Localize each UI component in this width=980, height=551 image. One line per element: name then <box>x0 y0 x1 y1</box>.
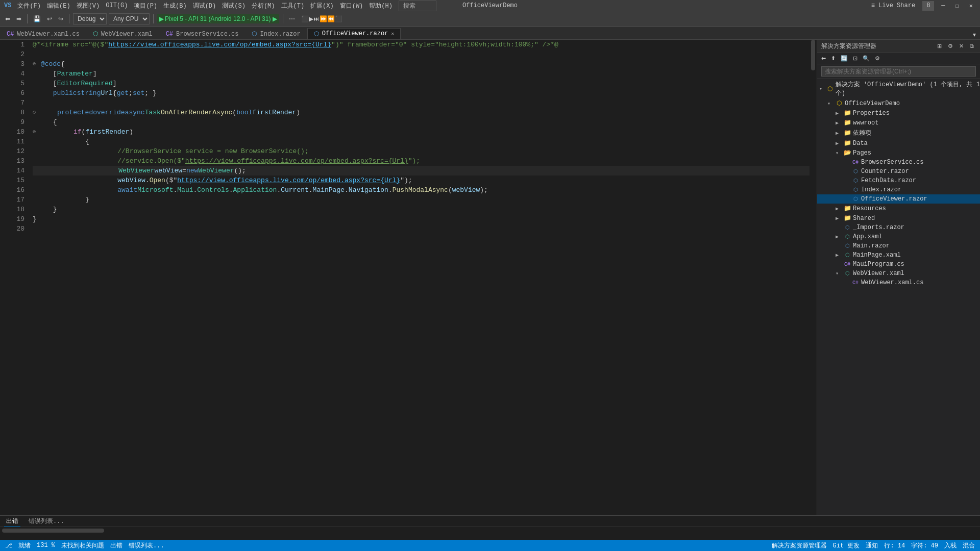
tree-arrow-res: ▶ <box>836 206 842 212</box>
branch-status[interactable]: 就绪 <box>18 541 31 550</box>
error-list-link[interactable]: 错误列表... <box>129 541 164 550</box>
sol-tool-3[interactable]: 🔄 <box>839 54 850 63</box>
minimize-btn[interactable]: — <box>938 1 948 11</box>
menu-item-view[interactable]: 视图(V) <box>77 2 100 10</box>
tree-arrow-office <box>844 196 850 202</box>
menu-item-edit[interactable]: 编辑(E) <box>47 2 70 10</box>
search-box[interactable]: 搜索 <box>399 1 436 11</box>
sol-close-btn[interactable]: ✕ <box>957 42 966 51</box>
sol-float-btn[interactable]: ⧉ <box>968 42 976 51</box>
tab-webviewer-xaml[interactable]: ⬡ WebViewer.xaml <box>86 28 159 39</box>
notifications[interactable]: 通知 <box>866 541 878 550</box>
redo-btn[interactable]: ↪ <box>56 14 65 23</box>
tree-pages[interactable]: ▾ 📂 Pages <box>817 148 980 158</box>
sol-expand-btn[interactable]: ⊞ <box>935 42 944 51</box>
maximize-btn[interactable]: ☐ <box>952 1 962 11</box>
tree-wwwroot[interactable]: ▶ 📁 wwwroot <box>817 118 980 128</box>
tab-label-active: OfficeViewer.razor <box>322 30 388 37</box>
close-btn[interactable]: ✕ <box>966 1 976 11</box>
status-bar-left: ⎇ 就绪 131 % 未找到相关问题 出错 错误列表... <box>5 541 164 550</box>
fold-icon-10[interactable]: ⊖ <box>33 127 41 137</box>
code-line-8: ⊖ protected override async Task OnAfterR… <box>33 108 810 117</box>
forward-btn[interactable]: ➡ <box>14 14 23 23</box>
code-line-10: ⊖ if (firstRender) <box>33 127 810 137</box>
menu-item-test[interactable]: 测试(S) <box>222 2 246 10</box>
tab-close-icon[interactable]: ✕ <box>391 31 394 37</box>
code-line-14[interactable]: WebViewer webView = new WebViewer(); <box>33 166 810 176</box>
tree-shared[interactable]: ▶ 📁 Shared <box>817 213 980 223</box>
error-list-tab[interactable]: 错误列表... <box>27 516 66 527</box>
platform-select[interactable]: Any CPU <box>109 13 150 24</box>
tree-counter-razor[interactable]: ⬡ Counter.razor <box>817 167 980 176</box>
more-tools-btn[interactable]: ⋯ <box>287 14 297 23</box>
back-btn[interactable]: ⬅ <box>3 14 12 23</box>
tree-app-xaml[interactable]: ▶ ⬡ App.xaml <box>817 232 980 241</box>
code-line-9: { <box>33 117 810 127</box>
undo-btn[interactable]: ↩ <box>45 14 54 23</box>
horizontal-scrollbar-thumb[interactable] <box>2 529 104 533</box>
tab-browserservice[interactable]: C# BrowserService.cs <box>159 28 246 39</box>
tree-label-fetchdata: FetchData.razor <box>861 177 916 184</box>
horizontal-scrollbar-track[interactable] <box>2 529 978 533</box>
tree-officeviewer-razor[interactable]: ⬡ OfficeViewer.razor <box>817 194 980 204</box>
git-changes[interactable]: Git 更改 <box>833 541 860 550</box>
menu-item-git[interactable]: GIT(G) <box>106 2 128 9</box>
tree-properties[interactable]: ▶ 📁 Properties <box>817 108 980 118</box>
save-btn[interactable]: 💾 <box>31 14 43 23</box>
tree-data[interactable]: ▶ 📁 Data <box>817 138 980 148</box>
menu-item-build[interactable]: 生成(B) <box>163 2 187 10</box>
debug-mode-select[interactable]: Debug <box>73 13 107 24</box>
menu-item-window[interactable]: 窗口(W) <box>340 2 363 10</box>
tree-fetchdata-razor[interactable]: ⬡ FetchData.razor <box>817 176 980 185</box>
code-editor[interactable]: @*<iframe src="@($"https://view.officeap… <box>29 40 810 515</box>
solution-search-input[interactable] <box>821 66 976 77</box>
tree-webviewer-xaml[interactable]: ▾ ⬡ WebViewer.xaml <box>817 269 980 278</box>
run-btn[interactable]: ▶ Pixel 5 - API 31 (Android 12.0 - API 3… <box>157 14 279 23</box>
tree-browserservice-cs[interactable]: C# BrowserService.cs <box>817 158 980 167</box>
tab-index-razor[interactable]: ⬡ Index.razor <box>245 28 307 39</box>
debug-actions-btn[interactable]: ⬛▶⏭⏩⏪⬛ <box>299 14 345 23</box>
live-share-btn[interactable]: ≡ Live Share <box>868 1 918 11</box>
tree-main-razor[interactable]: ⬡ Main.razor <box>817 241 980 251</box>
vertical-scrollbar[interactable] <box>810 40 817 515</box>
solution-explorer-status[interactable]: 解决方案资源管理器 <box>772 541 827 550</box>
razor-icon-index: ⬡ <box>851 187 860 193</box>
zoom-level[interactable]: 131 % <box>37 542 55 549</box>
menu-item-project[interactable]: 项目(P) <box>134 2 157 10</box>
sol-tool-6[interactable]: ⚙ <box>873 54 882 63</box>
tree-resources[interactable]: ▶ 📁 Resources <box>817 204 980 213</box>
tab-officeviewer-razor[interactable]: ⬡ OfficeViewer.razor ✕ <box>307 28 401 39</box>
encoding-status: 入栈 <box>944 541 957 550</box>
sol-tool-1[interactable]: ⬅ <box>819 54 828 63</box>
menu-item-analyze[interactable]: 分析(M) <box>252 2 275 10</box>
tree-solution-root[interactable]: ▾ ⬡ 解决方案 'OfficeViewrDemo' (1 个项目, 共 1 个… <box>817 79 980 98</box>
tree-webviewer-xaml-cs[interactable]: C# WebViewer.xaml.cs <box>817 278 980 287</box>
tree-imports-razor[interactable]: ⬡ _Imports.razor <box>817 223 980 232</box>
tab-webviewer-cs[interactable]: C# WebViewer.xaml.cs <box>0 28 86 39</box>
tab-icon-cs2: C# <box>166 31 173 38</box>
menu-item-debug[interactable]: 调试(D) <box>193 2 216 10</box>
tree-mainpage-xaml[interactable]: ▶ ⬡ MainPage.xaml <box>817 251 980 260</box>
menu-item-file[interactable]: 文件(F) <box>17 2 41 10</box>
error-btn[interactable]: 出错 <box>110 541 122 550</box>
tab-icon-cs: C# <box>7 31 14 38</box>
output-tab[interactable]: 出错 <box>4 516 20 527</box>
tab-overflow-btn[interactable]: ▾ <box>971 30 978 39</box>
tree-project[interactable]: ▾ ⬡ OfficeViewrDemo <box>817 98 980 108</box>
line-num-4: 4 <box>3 69 24 79</box>
tree-dependencies[interactable]: ▶ 📁 依赖项 <box>817 128 980 138</box>
menu-item-help[interactable]: 帮助(H) <box>369 2 393 10</box>
sol-tool-4[interactable]: ⊡ <box>851 54 860 63</box>
tree-mauiprogram-cs[interactable]: C# MauiProgram.cs <box>817 260 980 269</box>
menu-item-tools[interactable]: 工具(T) <box>281 2 305 10</box>
menu-item-extensions[interactable]: 扩展(X) <box>310 2 334 10</box>
line-num-2: 2 <box>3 49 24 59</box>
xaml-icon-wv: ⬡ <box>843 270 851 277</box>
sol-tool-5[interactable]: 🔍 <box>861 54 872 63</box>
fold-icon-3[interactable]: ⊖ <box>33 59 41 69</box>
sol-settings-btn[interactable]: ⚙ <box>946 42 955 51</box>
sol-tool-2[interactable]: ⬆ <box>829 54 838 63</box>
fold-icon-8[interactable]: ⊖ <box>33 108 41 117</box>
tree-index-razor[interactable]: ⬡ Index.razor <box>817 185 980 194</box>
scrollbar-thumb[interactable] <box>811 40 815 70</box>
